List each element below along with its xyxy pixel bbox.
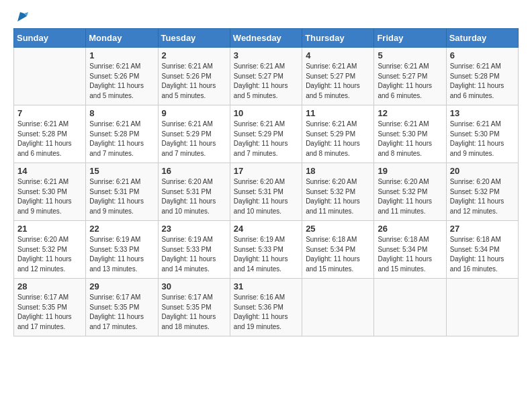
day-number: 5	[378, 50, 442, 60]
calendar-cell: 18Sunrise: 6:20 AM Sunset: 5:32 PM Dayli…	[302, 163, 374, 221]
day-info: Sunrise: 6:20 AM Sunset: 5:32 PM Dayligh…	[17, 235, 82, 274]
calendar-cell: 4Sunrise: 6:21 AM Sunset: 5:27 PM Daylig…	[302, 48, 374, 105]
day-number: 22	[89, 224, 154, 234]
calendar-week-row: 28Sunrise: 6:17 AM Sunset: 5:35 PM Dayli…	[14, 279, 519, 336]
calendar-cell: 30Sunrise: 6:17 AM Sunset: 5:35 PM Dayli…	[158, 279, 230, 336]
calendar-cell: 14Sunrise: 6:21 AM Sunset: 5:30 PM Dayli…	[14, 163, 86, 221]
calendar-cell: 26Sunrise: 6:18 AM Sunset: 5:34 PM Dayli…	[374, 221, 446, 279]
calendar-cell: 2Sunrise: 6:21 AM Sunset: 5:26 PM Daylig…	[158, 48, 230, 105]
day-info: Sunrise: 6:17 AM Sunset: 5:35 PM Dayligh…	[162, 293, 226, 332]
calendar-cell: 3Sunrise: 6:21 AM Sunset: 5:27 PM Daylig…	[230, 48, 302, 105]
calendar-cell	[374, 279, 446, 336]
calendar-cell: 25Sunrise: 6:18 AM Sunset: 5:34 PM Dayli…	[302, 221, 374, 279]
day-header-wednesday: Wednesday	[230, 29, 302, 48]
calendar-cell	[302, 279, 374, 336]
day-info: Sunrise: 6:18 AM Sunset: 5:34 PM Dayligh…	[378, 235, 442, 274]
calendar-cell: 16Sunrise: 6:20 AM Sunset: 5:31 PM Dayli…	[158, 163, 230, 221]
day-info: Sunrise: 6:21 AM Sunset: 5:28 PM Dayligh…	[17, 120, 82, 158]
calendar-cell: 21Sunrise: 6:20 AM Sunset: 5:32 PM Dayli…	[14, 221, 86, 279]
calendar-cell: 10Sunrise: 6:21 AM Sunset: 5:29 PM Dayli…	[230, 105, 302, 163]
page-container: SundayMondayTuesdayWednesdayThursdayFrid…	[0, 0, 532, 343]
day-info: Sunrise: 6:18 AM Sunset: 5:34 PM Dayligh…	[306, 235, 370, 274]
day-header-sunday: Sunday	[14, 29, 86, 48]
logo-icon	[15, 9, 30, 24]
day-number: 29	[89, 281, 154, 291]
day-number: 16	[162, 166, 226, 176]
day-number: 4	[306, 50, 370, 60]
day-info: Sunrise: 6:17 AM Sunset: 5:35 PM Dayligh…	[89, 293, 154, 332]
day-number: 14	[17, 166, 82, 176]
calendar-table: SundayMondayTuesdayWednesdayThursdayFrid…	[13, 28, 519, 336]
calendar-cell: 13Sunrise: 6:21 AM Sunset: 5:30 PM Dayli…	[446, 105, 518, 163]
calendar-cell: 1Sunrise: 6:21 AM Sunset: 5:26 PM Daylig…	[86, 48, 158, 105]
day-info: Sunrise: 6:21 AM Sunset: 5:30 PM Dayligh…	[450, 120, 515, 158]
calendar-cell: 6Sunrise: 6:21 AM Sunset: 5:28 PM Daylig…	[446, 48, 518, 105]
day-info: Sunrise: 6:20 AM Sunset: 5:32 PM Dayligh…	[378, 177, 442, 216]
day-number: 12	[378, 108, 442, 118]
day-header-thursday: Thursday	[302, 29, 374, 48]
calendar-cell: 22Sunrise: 6:19 AM Sunset: 5:33 PM Dayli…	[86, 221, 158, 279]
calendar-header-row: SundayMondayTuesdayWednesdayThursdayFrid…	[14, 29, 519, 48]
day-number: 20	[450, 166, 515, 176]
day-number: 26	[378, 224, 442, 234]
calendar-week-row: 21Sunrise: 6:20 AM Sunset: 5:32 PM Dayli…	[14, 221, 519, 279]
day-number: 23	[162, 224, 226, 234]
calendar-cell: 27Sunrise: 6:18 AM Sunset: 5:34 PM Dayli…	[446, 221, 518, 279]
day-number: 19	[378, 166, 442, 176]
day-number: 7	[17, 108, 82, 118]
day-number: 27	[450, 224, 515, 234]
day-info: Sunrise: 6:21 AM Sunset: 5:29 PM Dayligh…	[306, 120, 370, 158]
day-info: Sunrise: 6:21 AM Sunset: 5:30 PM Dayligh…	[17, 177, 82, 216]
day-info: Sunrise: 6:19 AM Sunset: 5:33 PM Dayligh…	[234, 235, 298, 274]
calendar-cell: 12Sunrise: 6:21 AM Sunset: 5:30 PM Dayli…	[374, 105, 446, 163]
calendar-cell	[446, 279, 518, 336]
day-info: Sunrise: 6:21 AM Sunset: 5:29 PM Dayligh…	[162, 120, 226, 158]
day-number: 15	[89, 166, 154, 176]
calendar-cell	[14, 48, 86, 105]
calendar-cell: 17Sunrise: 6:20 AM Sunset: 5:31 PM Dayli…	[230, 163, 302, 221]
day-info: Sunrise: 6:19 AM Sunset: 5:33 PM Dayligh…	[162, 235, 226, 274]
calendar-week-row: 7Sunrise: 6:21 AM Sunset: 5:28 PM Daylig…	[14, 105, 519, 163]
day-info: Sunrise: 6:21 AM Sunset: 5:27 PM Dayligh…	[378, 62, 442, 101]
day-number: 24	[234, 224, 298, 234]
day-info: Sunrise: 6:21 AM Sunset: 5:26 PM Dayligh…	[89, 62, 154, 101]
day-info: Sunrise: 6:21 AM Sunset: 5:28 PM Dayligh…	[450, 62, 515, 101]
day-number: 9	[162, 108, 226, 118]
day-info: Sunrise: 6:21 AM Sunset: 5:30 PM Dayligh…	[378, 120, 442, 158]
calendar-cell: 9Sunrise: 6:21 AM Sunset: 5:29 PM Daylig…	[158, 105, 230, 163]
day-number: 11	[306, 108, 370, 118]
day-info: Sunrise: 6:21 AM Sunset: 5:28 PM Dayligh…	[89, 120, 154, 158]
day-info: Sunrise: 6:18 AM Sunset: 5:34 PM Dayligh…	[450, 235, 515, 274]
day-number: 3	[234, 50, 298, 60]
day-header-saturday: Saturday	[446, 29, 518, 48]
calendar-cell: 11Sunrise: 6:21 AM Sunset: 5:29 PM Dayli…	[302, 105, 374, 163]
day-number: 21	[17, 224, 82, 234]
day-number: 17	[234, 166, 298, 176]
day-info: Sunrise: 6:21 AM Sunset: 5:31 PM Dayligh…	[89, 177, 154, 216]
calendar-cell: 23Sunrise: 6:19 AM Sunset: 5:33 PM Dayli…	[158, 221, 230, 279]
calendar-cell: 20Sunrise: 6:20 AM Sunset: 5:32 PM Dayli…	[446, 163, 518, 221]
page-header	[13, 11, 519, 21]
day-number: 25	[306, 224, 370, 234]
calendar-cell: 28Sunrise: 6:17 AM Sunset: 5:35 PM Dayli…	[14, 279, 86, 336]
day-number: 13	[450, 108, 515, 118]
day-info: Sunrise: 6:21 AM Sunset: 5:27 PM Dayligh…	[306, 62, 370, 101]
day-info: Sunrise: 6:19 AM Sunset: 5:33 PM Dayligh…	[89, 235, 154, 274]
day-number: 8	[89, 108, 154, 118]
day-number: 2	[162, 50, 226, 60]
day-number: 30	[162, 281, 226, 291]
day-info: Sunrise: 6:20 AM Sunset: 5:32 PM Dayligh…	[450, 177, 515, 216]
calendar-cell: 15Sunrise: 6:21 AM Sunset: 5:31 PM Dayli…	[86, 163, 158, 221]
calendar-cell: 29Sunrise: 6:17 AM Sunset: 5:35 PM Dayli…	[86, 279, 158, 336]
day-number: 6	[450, 50, 515, 60]
logo	[13, 11, 30, 21]
day-header-monday: Monday	[86, 29, 158, 48]
day-header-friday: Friday	[374, 29, 446, 48]
calendar-cell: 8Sunrise: 6:21 AM Sunset: 5:28 PM Daylig…	[86, 105, 158, 163]
calendar-week-row: 1Sunrise: 6:21 AM Sunset: 5:26 PM Daylig…	[14, 48, 519, 105]
day-header-tuesday: Tuesday	[158, 29, 230, 48]
day-number: 10	[234, 108, 298, 118]
day-info: Sunrise: 6:16 AM Sunset: 5:36 PM Dayligh…	[234, 293, 298, 332]
day-number: 31	[234, 281, 298, 291]
day-info: Sunrise: 6:21 AM Sunset: 5:26 PM Dayligh…	[162, 62, 226, 101]
